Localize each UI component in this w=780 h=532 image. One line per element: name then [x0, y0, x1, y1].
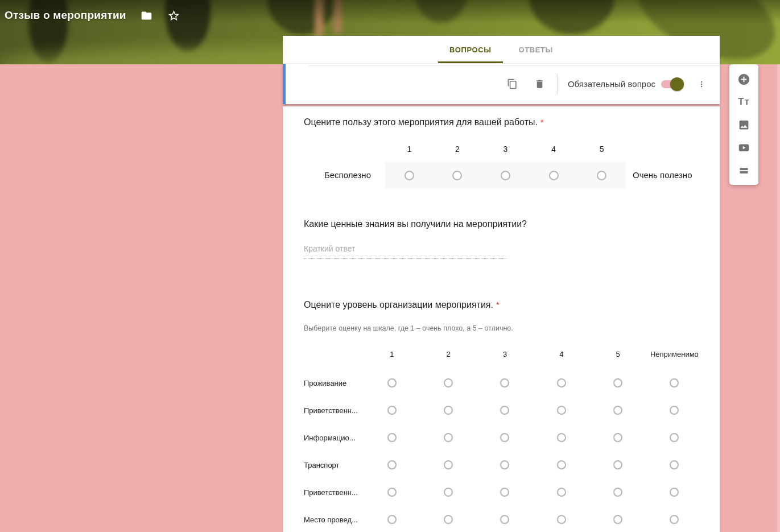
grid-radio[interactable]: [557, 515, 566, 524]
grid-radio[interactable]: [500, 378, 509, 387]
scale-options-row: Бесполезно Очень полезно: [304, 162, 703, 189]
scrollbar[interactable]: [777, 64, 780, 532]
required-toggle[interactable]: [661, 77, 682, 91]
grid-column-header: 3: [477, 350, 533, 361]
grid-radio[interactable]: [670, 515, 679, 524]
grid-header-row: 12345Неприменимо: [304, 350, 703, 361]
grid-radio[interactable]: [387, 460, 397, 469]
scale-number: 5: [577, 145, 626, 154]
grid-corner-cell: [304, 350, 364, 361]
grid-radio[interactable]: [500, 406, 509, 415]
delete-question-icon[interactable]: [533, 77, 547, 91]
grid-row-label: Место провед...: [304, 515, 364, 524]
grid-row: Приветственн...: [304, 479, 703, 506]
grid-radio[interactable]: [557, 460, 566, 469]
grid-radio[interactable]: [613, 378, 622, 387]
grid-radio[interactable]: [670, 488, 679, 497]
question-description: Выберите оценку на шкале, где 1 – очень …: [304, 324, 703, 332]
grid-radio[interactable]: [387, 488, 397, 497]
scale-radio[interactable]: [405, 171, 414, 180]
scale-number: 2: [434, 145, 482, 154]
grid-radio[interactable]: [613, 460, 622, 469]
question-grid[interactable]: Оцените уровень организации мероприятия.…: [304, 299, 703, 532]
grid-radio[interactable]: [670, 433, 679, 442]
grid-radio[interactable]: [613, 406, 622, 415]
scale-number: 4: [530, 145, 578, 154]
grid-radio[interactable]: [444, 515, 453, 524]
grid-radio[interactable]: [444, 378, 453, 387]
add-image-icon[interactable]: [733, 113, 756, 136]
grid-row: Транспорт: [304, 451, 703, 479]
question-title: Какие ценные знания вы получили на мероп…: [304, 218, 703, 230]
scale-low-label: Бесполезно: [304, 162, 385, 189]
grid-column-header: 5: [589, 350, 646, 361]
grid-row: Информацио...: [304, 424, 703, 451]
question-short-answer[interactable]: Какие ценные знания вы получили на мероп…: [304, 218, 703, 259]
floating-toolbar: Тт: [729, 64, 758, 185]
grid-radio[interactable]: [670, 378, 679, 387]
question-title: Оцените уровень организации мероприятия.…: [304, 299, 703, 311]
grid-row: Проживание: [304, 369, 703, 397]
grid-column-header: 4: [533, 350, 589, 361]
add-section-icon[interactable]: [733, 159, 756, 182]
grid-radio[interactable]: [444, 406, 453, 415]
grid-radio[interactable]: [613, 515, 622, 524]
grid-radio[interactable]: [557, 406, 566, 415]
grid-radio[interactable]: [500, 515, 509, 524]
grid-row-label: Приветственн...: [304, 488, 364, 497]
star-icon[interactable]: [167, 9, 181, 22]
form-title[interactable]: Отзыв о мероприятии: [5, 9, 126, 22]
grid-radio[interactable]: [444, 460, 453, 469]
scale-number: 3: [481, 145, 530, 154]
grid-radio[interactable]: [500, 433, 509, 442]
grid-column-header: 2: [420, 350, 477, 361]
required-asterisk: *: [540, 118, 543, 127]
grid-radio[interactable]: [670, 406, 679, 415]
grid-row: Приветственн...: [304, 397, 703, 424]
add-video-icon[interactable]: [733, 136, 756, 159]
grid-radio[interactable]: [500, 488, 509, 497]
scale-radio[interactable]: [549, 171, 559, 180]
short-answer-input[interactable]: Краткий ответ: [304, 244, 506, 259]
question-linear-scale[interactable]: Оцените пользу этого мероприятия для ваш…: [304, 116, 703, 189]
grid-radio[interactable]: [444, 488, 453, 497]
grid-row-label: Проживание: [304, 379, 364, 387]
grid-radio[interactable]: [444, 433, 453, 442]
toolbar-divider: [557, 74, 558, 94]
grid-radio[interactable]: [557, 488, 566, 497]
grid-table: 12345Неприменимо ПроживаниеПриветственн.…: [304, 350, 703, 532]
grid-radio[interactable]: [387, 406, 397, 415]
add-question-icon[interactable]: [733, 68, 756, 90]
grid-radio[interactable]: [670, 460, 679, 469]
scale-radio-strip: [385, 162, 626, 189]
scale-number: 1: [385, 145, 434, 154]
grid-column-header: 1: [364, 350, 420, 361]
grid-row: Место провед...: [304, 506, 703, 532]
google-forms-editor: Отзыв о мероприятии ВОПРОСЫ ОТВЕТЫ: [0, 0, 780, 532]
grid-column-header: Неприменимо: [646, 350, 703, 361]
move-to-folder-icon[interactable]: [140, 9, 154, 22]
add-title-text-icon[interactable]: Тт: [733, 90, 756, 113]
duplicate-question-icon[interactable]: [506, 77, 519, 91]
grid-radio[interactable]: [387, 378, 397, 387]
required-asterisk: *: [496, 300, 499, 310]
question-title: Оцените пользу этого мероприятия для ваш…: [304, 116, 703, 129]
questions-section-card: Оцените пользу этого мероприятия для ваш…: [283, 106, 720, 532]
grid-radio[interactable]: [613, 433, 622, 442]
grid-radio[interactable]: [387, 515, 397, 524]
scale-radio[interactable]: [597, 171, 606, 180]
scale-high-label: Очень полезно: [626, 162, 692, 189]
tabs-bar: ВОПРОСЫ ОТВЕТЫ: [283, 36, 720, 64]
grid-row-label: Транспорт: [304, 461, 364, 469]
grid-radio[interactable]: [387, 433, 397, 442]
scale-radio[interactable]: [501, 171, 510, 180]
tab-answers[interactable]: ОТВЕТЫ: [505, 36, 567, 63]
more-options-icon[interactable]: [695, 77, 708, 91]
tab-questions[interactable]: ВОПРОСЫ: [436, 36, 505, 63]
grid-radio[interactable]: [557, 378, 566, 387]
required-question-label: Обязательный вопрос: [568, 79, 655, 89]
scale-radio[interactable]: [452, 171, 462, 180]
grid-radio[interactable]: [557, 433, 566, 442]
grid-radio[interactable]: [613, 488, 622, 497]
grid-radio[interactable]: [500, 460, 509, 469]
